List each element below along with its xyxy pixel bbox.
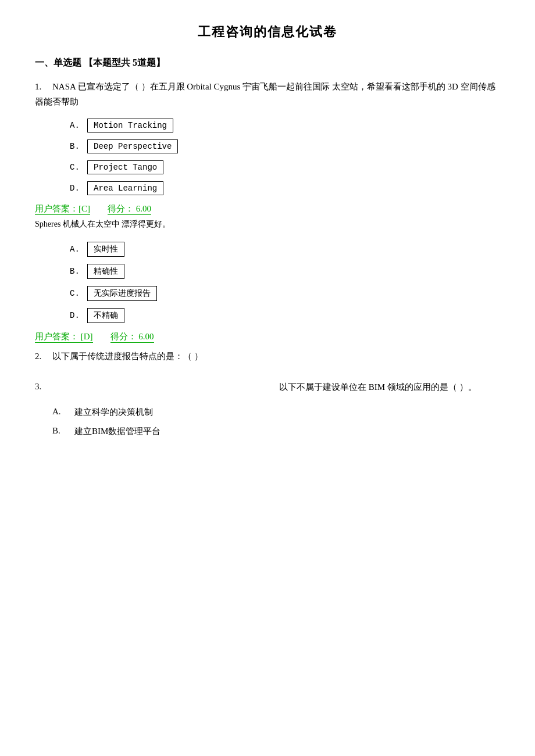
question-3: 3. 以下不属于建设单位在 BIM 领域的应用的是（ ）。 A. 建立科学的决策…	[35, 382, 500, 437]
q3-right-text2: ）。	[459, 382, 477, 392]
q3-option-a-label: A.	[52, 407, 70, 417]
page-title: 工程咨询的信息化试卷	[35, 23, 500, 41]
q3-options: A. 建立科学的决策机制 B. 建立BIM数据管理平台	[52, 407, 500, 437]
q2-pre-option-b-label: B.	[70, 267, 84, 276]
q1-options: A. Motion Tracking B. Deep Perspective C…	[70, 119, 500, 195]
q2-pre-options: A. 实时性 B. 精确性 C. 无实际进度报告 D. 不精确	[70, 242, 500, 323]
q1-option-c-label: C.	[70, 163, 84, 172]
section1-title: 一、单选题 【本题型共 5道题】	[35, 57, 500, 69]
q1-option-a-text: Motion Tracking	[87, 119, 173, 132]
q2-pre-option-b-text: 精确性	[87, 264, 124, 279]
q2-pre-option-c-text: 无实际进度报告	[87, 286, 157, 301]
q1-user-answer: 用户答案：[C]	[35, 203, 90, 215]
q2-pre-score: 得分： 6.00	[110, 331, 154, 343]
q1-explanation: Spheres 机械人在太空中 漂浮得更好。	[35, 217, 500, 231]
q2-pre-option-c-label: C.	[70, 289, 84, 298]
q1-option-d-text: Area Learning	[87, 181, 163, 195]
list-item: D. 不精确	[70, 308, 500, 323]
q3-option-b-text: 建立BIM数据管理平台	[74, 426, 160, 437]
list-item: A. Motion Tracking	[70, 119, 500, 132]
q1-score: 得分： 6.00	[108, 203, 151, 215]
q2-pre-option-a-label: A.	[70, 245, 84, 254]
q1-answer-row: 用户答案：[C] 得分： 6.00	[35, 203, 500, 215]
question-2: 2. 以下属于传统进度报告特点的是：（ ）	[35, 351, 500, 362]
q3-right-text1: 以下不属于建设单位在 BIM 领域的应用的是（	[279, 382, 457, 392]
q1-option-c-text: Project Tango	[87, 160, 163, 174]
q2-pre-answer-row: 用户答案： [D] 得分： 6.00	[35, 331, 500, 343]
q1-option-a-label: A.	[70, 121, 84, 130]
list-item: A. 实时性	[70, 242, 500, 257]
q2-body: 以下属于传统进度报告特点的是：（ ）	[52, 352, 203, 361]
q2-pre-user-answer: 用户答案： [D]	[35, 331, 93, 343]
q2-pre-option-d-label: D.	[70, 311, 84, 320]
list-item: D. Area Learning	[70, 181, 500, 195]
q1-body: NASA 已宣布选定了（ ）在五月跟 Orbital Cygnus 宇宙飞船一起…	[35, 82, 495, 106]
list-item: B. 精确性	[70, 264, 500, 279]
question-2-preoptions: A. 实时性 B. 精确性 C. 无实际进度报告 D. 不精确 用户答案： [D…	[35, 242, 500, 343]
q2-pre-option-d-text: 不精确	[87, 308, 124, 323]
q1-option-b-label: B.	[70, 142, 84, 151]
list-item: B. 建立BIM数据管理平台	[52, 426, 500, 437]
list-item: A. 建立科学的决策机制	[52, 407, 500, 418]
list-item: C. Project Tango	[70, 160, 500, 174]
q2-pre-option-a-text: 实时性	[87, 242, 124, 257]
q3-option-b-label: B.	[52, 426, 70, 436]
question-1: 1. NASA 已宣布选定了（ ）在五月跟 Orbital Cygnus 宇宙飞…	[35, 80, 500, 231]
list-item: C. 无实际进度报告	[70, 286, 500, 301]
q1-number: 1.	[35, 82, 41, 91]
q2-number: 2.	[35, 352, 41, 361]
q1-option-d-label: D.	[70, 184, 84, 193]
q3-number: 3.	[35, 382, 256, 393]
list-item: B. Deep Perspective	[70, 139, 500, 153]
q3-option-a-text: 建立科学的决策机制	[74, 407, 153, 418]
question-1-text: 1. NASA 已宣布选定了（ ）在五月跟 Orbital Cygnus 宇宙飞…	[35, 80, 500, 109]
q3-header: 3. 以下不属于建设单位在 BIM 领域的应用的是（ ）。	[35, 382, 500, 393]
q1-option-b-text: Deep Perspective	[87, 139, 178, 153]
q2-text: 2. 以下属于传统进度报告特点的是：（ ）	[35, 351, 500, 362]
q3-right-text: 以下不属于建设单位在 BIM 领域的应用的是（ ）。	[279, 382, 500, 393]
